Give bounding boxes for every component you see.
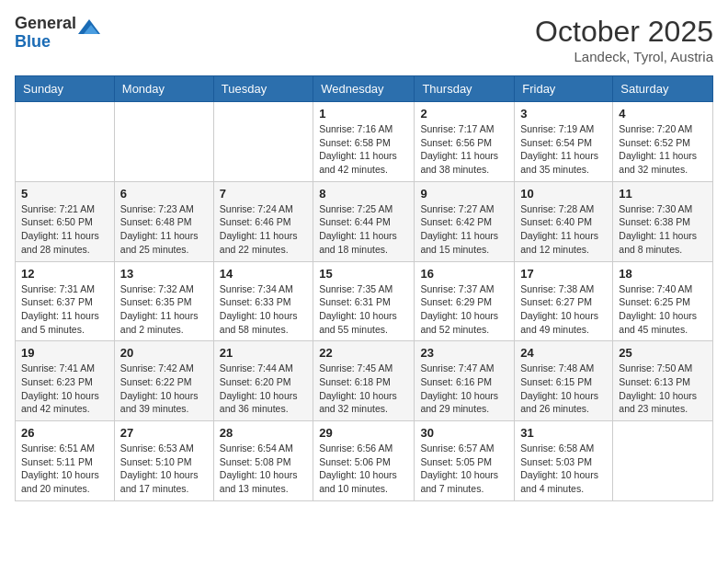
day-info: Sunrise: 6:53 AM Sunset: 5:10 PM Dayligh… [120, 442, 208, 496]
day-info: Sunrise: 7:47 AM Sunset: 6:16 PM Dayligh… [420, 362, 508, 416]
calendar-cell: 24Sunrise: 7:48 AM Sunset: 6:15 PM Dayli… [515, 341, 613, 421]
day-header-friday: Friday [515, 76, 613, 102]
day-number: 15 [319, 267, 408, 281]
calendar-cell: 28Sunrise: 6:54 AM Sunset: 5:08 PM Dayli… [213, 421, 313, 501]
calendar-table: SundayMondayTuesdayWednesdayThursdayFrid… [15, 75, 713, 501]
day-info: Sunrise: 6:51 AM Sunset: 5:11 PM Dayligh… [21, 442, 108, 496]
day-header-thursday: Thursday [415, 76, 515, 102]
calendar-cell: 1Sunrise: 7:16 AM Sunset: 6:58 PM Daylig… [313, 102, 415, 182]
day-number: 20 [120, 346, 208, 360]
calendar-cell: 18Sunrise: 7:40 AM Sunset: 6:25 PM Dayli… [613, 261, 713, 341]
day-info: Sunrise: 7:42 AM Sunset: 6:22 PM Dayligh… [120, 362, 208, 416]
calendar-cell [16, 102, 115, 182]
calendar-cell [114, 102, 213, 182]
day-info: Sunrise: 7:25 AM Sunset: 6:44 PM Dayligh… [319, 202, 408, 257]
day-info: Sunrise: 7:16 AM Sunset: 6:58 PM Dayligh… [319, 122, 408, 177]
day-number: 10 [520, 187, 607, 201]
calendar-cell: 25Sunrise: 7:50 AM Sunset: 6:13 PM Dayli… [613, 341, 713, 421]
day-number: 11 [619, 187, 707, 201]
day-info: Sunrise: 7:21 AM Sunset: 6:50 PM Dayligh… [21, 202, 108, 257]
calendar-cell: 2Sunrise: 7:17 AM Sunset: 6:56 PM Daylig… [415, 102, 515, 182]
day-number: 14 [220, 267, 307, 281]
day-number: 5 [21, 187, 108, 201]
calendar-cell: 23Sunrise: 7:47 AM Sunset: 6:16 PM Dayli… [415, 341, 515, 421]
calendar-week-3: 12Sunrise: 7:31 AM Sunset: 6:37 PM Dayli… [16, 261, 713, 341]
day-info: Sunrise: 6:54 AM Sunset: 5:08 PM Dayligh… [220, 442, 307, 496]
day-number: 31 [520, 426, 607, 440]
day-number: 9 [420, 187, 508, 201]
logo-icon [78, 17, 100, 40]
day-info: Sunrise: 7:40 AM Sunset: 6:25 PM Dayligh… [619, 282, 707, 337]
day-header-tuesday: Tuesday [213, 76, 313, 102]
day-info: Sunrise: 7:20 AM Sunset: 6:52 PM Dayligh… [619, 122, 707, 177]
day-number: 1 [319, 107, 408, 121]
calendar-cell: 9Sunrise: 7:27 AM Sunset: 6:42 PM Daylig… [415, 181, 515, 261]
day-number: 6 [120, 187, 208, 201]
calendar-cell: 6Sunrise: 7:23 AM Sunset: 6:48 PM Daylig… [114, 181, 213, 261]
day-info: Sunrise: 7:32 AM Sunset: 6:35 PM Dayligh… [120, 282, 208, 337]
calendar-cell: 22Sunrise: 7:45 AM Sunset: 6:18 PM Dayli… [313, 341, 415, 421]
day-info: Sunrise: 7:50 AM Sunset: 6:13 PM Dayligh… [619, 362, 707, 416]
calendar-cell: 30Sunrise: 6:57 AM Sunset: 5:05 PM Dayli… [415, 421, 515, 501]
day-number: 26 [21, 426, 108, 440]
day-info: Sunrise: 6:56 AM Sunset: 5:06 PM Dayligh… [319, 442, 408, 496]
month-title: October 2025 [535, 15, 713, 49]
day-number: 23 [420, 346, 508, 360]
day-info: Sunrise: 7:48 AM Sunset: 6:15 PM Dayligh… [520, 362, 607, 416]
day-number: 8 [319, 187, 408, 201]
day-info: Sunrise: 7:38 AM Sunset: 6:27 PM Dayligh… [520, 282, 607, 337]
calendar-cell: 26Sunrise: 6:51 AM Sunset: 5:11 PM Dayli… [16, 421, 115, 501]
day-number: 24 [520, 346, 607, 360]
calendar-cell: 10Sunrise: 7:28 AM Sunset: 6:40 PM Dayli… [515, 181, 613, 261]
day-header-sunday: Sunday [16, 76, 115, 102]
day-info: Sunrise: 7:31 AM Sunset: 6:37 PM Dayligh… [21, 282, 108, 337]
calendar-cell: 3Sunrise: 7:19 AM Sunset: 6:54 PM Daylig… [515, 102, 613, 182]
day-info: Sunrise: 7:24 AM Sunset: 6:46 PM Dayligh… [220, 202, 307, 257]
logo-blue-text: Blue [15, 33, 76, 52]
day-number: 27 [120, 426, 208, 440]
day-info: Sunrise: 7:23 AM Sunset: 6:48 PM Dayligh… [120, 202, 208, 257]
calendar-cell: 21Sunrise: 7:44 AM Sunset: 6:20 PM Dayli… [213, 341, 313, 421]
day-info: Sunrise: 7:27 AM Sunset: 6:42 PM Dayligh… [420, 202, 508, 257]
calendar-cell: 11Sunrise: 7:30 AM Sunset: 6:38 PM Dayli… [613, 181, 713, 261]
logo-general-text: General [15, 15, 76, 33]
calendar-cell: 5Sunrise: 7:21 AM Sunset: 6:50 PM Daylig… [16, 181, 115, 261]
day-info: Sunrise: 7:37 AM Sunset: 6:29 PM Dayligh… [420, 282, 508, 337]
day-info: Sunrise: 7:30 AM Sunset: 6:38 PM Dayligh… [619, 202, 707, 257]
day-info: Sunrise: 7:35 AM Sunset: 6:31 PM Dayligh… [319, 282, 408, 337]
day-number: 18 [619, 267, 707, 281]
calendar-cell: 20Sunrise: 7:42 AM Sunset: 6:22 PM Dayli… [114, 341, 213, 421]
day-number: 3 [520, 107, 607, 121]
calendar-cell: 8Sunrise: 7:25 AM Sunset: 6:44 PM Daylig… [313, 181, 415, 261]
day-info: Sunrise: 6:57 AM Sunset: 5:05 PM Dayligh… [420, 442, 508, 496]
calendar-week-5: 26Sunrise: 6:51 AM Sunset: 5:11 PM Dayli… [16, 421, 713, 501]
day-number: 13 [120, 267, 208, 281]
calendar-week-1: 1Sunrise: 7:16 AM Sunset: 6:58 PM Daylig… [16, 102, 713, 182]
calendar-header-row: SundayMondayTuesdayWednesdayThursdayFrid… [16, 76, 713, 102]
day-info: Sunrise: 7:45 AM Sunset: 6:18 PM Dayligh… [319, 362, 408, 416]
day-number: 4 [619, 107, 707, 121]
calendar-cell: 17Sunrise: 7:38 AM Sunset: 6:27 PM Dayli… [515, 261, 613, 341]
calendar-cell: 4Sunrise: 7:20 AM Sunset: 6:52 PM Daylig… [613, 102, 713, 182]
page-header: General Blue October 2025 Landeck, Tyrol… [15, 15, 713, 64]
day-header-monday: Monday [114, 76, 213, 102]
day-info: Sunrise: 7:28 AM Sunset: 6:40 PM Dayligh… [520, 202, 607, 257]
calendar-cell: 15Sunrise: 7:35 AM Sunset: 6:31 PM Dayli… [313, 261, 415, 341]
day-number: 28 [220, 426, 307, 440]
day-number: 19 [21, 346, 108, 360]
calendar-cell [613, 421, 713, 501]
calendar-cell: 19Sunrise: 7:41 AM Sunset: 6:23 PM Dayli… [16, 341, 115, 421]
day-info: Sunrise: 7:19 AM Sunset: 6:54 PM Dayligh… [520, 122, 607, 177]
day-number: 17 [520, 267, 607, 281]
title-block: October 2025 Landeck, Tyrol, Austria [535, 15, 713, 64]
day-number: 21 [220, 346, 307, 360]
day-number: 22 [319, 346, 408, 360]
day-info: Sunrise: 6:58 AM Sunset: 5:03 PM Dayligh… [520, 442, 607, 496]
day-number: 25 [619, 346, 707, 360]
calendar-cell: 7Sunrise: 7:24 AM Sunset: 6:46 PM Daylig… [213, 181, 313, 261]
day-header-saturday: Saturday [613, 76, 713, 102]
day-info: Sunrise: 7:34 AM Sunset: 6:33 PM Dayligh… [220, 282, 307, 337]
day-header-wednesday: Wednesday [313, 76, 415, 102]
calendar-cell: 27Sunrise: 6:53 AM Sunset: 5:10 PM Dayli… [114, 421, 213, 501]
calendar-cell: 13Sunrise: 7:32 AM Sunset: 6:35 PM Dayli… [114, 261, 213, 341]
